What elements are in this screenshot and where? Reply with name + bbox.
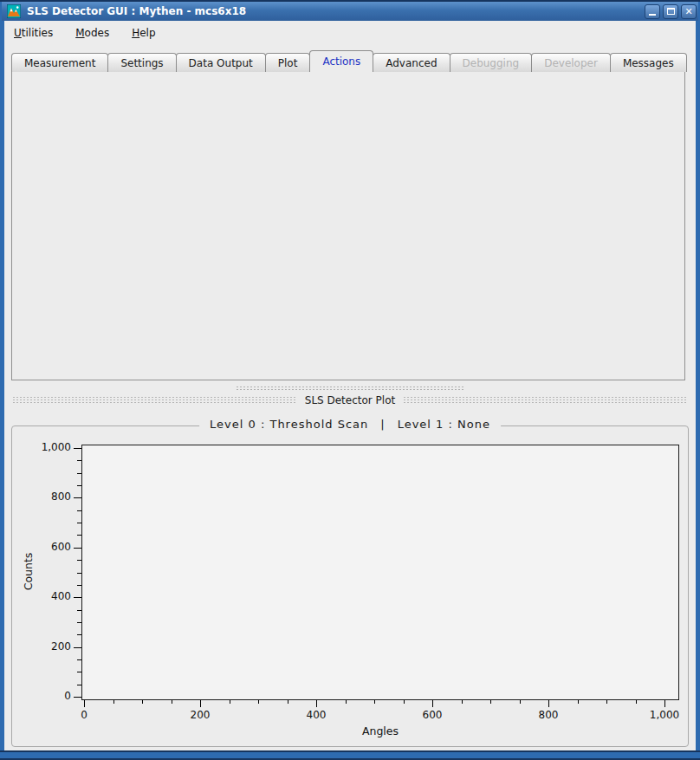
x-axis-minor-tick: [578, 700, 579, 704]
x-axis-minor-tick: [636, 700, 637, 704]
dock-texture-left: [12, 396, 297, 405]
plot-canvas[interactable]: [81, 445, 679, 700]
window-title: SLS Detector GUI : Mythen - mcs6x18: [27, 5, 246, 17]
x-axis-tick-label: 1,000: [637, 709, 692, 721]
menu-mnemonic: H: [132, 27, 139, 39]
x-axis-minor-tick: [520, 700, 521, 704]
x-axis-tick-label: 0: [56, 709, 112, 721]
plot-title: Level 0 : Threshold Scan | Level 1 : Non…: [199, 418, 501, 431]
x-axis-minor-tick: [606, 700, 607, 704]
x-axis-minor-tick: [113, 700, 114, 704]
window-titlebar: SLS Detector GUI : Mythen - mcs6x18 ✕: [2, 2, 698, 21]
tab-plot[interactable]: Plot: [265, 53, 311, 72]
y-axis-tick: [74, 647, 81, 648]
x-axis-minor-tick: [346, 700, 347, 704]
application-window: SLS Detector GUI : Mythen - mcs6x18 ✕ Ut…: [0, 0, 700, 760]
y-axis-minor-tick: [77, 523, 81, 523]
menu-label: tilities: [22, 27, 53, 39]
y-axis-minor-tick: [77, 634, 81, 635]
tab-debugging: Debugging: [450, 53, 533, 72]
menu-mnemonic: M: [75, 27, 84, 39]
y-axis-minor-tick: [77, 622, 81, 623]
tab-developer: Developer: [531, 53, 611, 72]
x-axis-tick: [664, 700, 665, 707]
plot-title-separator: |: [380, 418, 385, 431]
x-axis-minor-tick: [374, 700, 375, 704]
y-axis-minor-tick: [77, 672, 81, 672]
tab-measurement[interactable]: Measurement: [11, 53, 108, 72]
y-axis-minor-tick: [77, 610, 81, 611]
dock-texture-right: [403, 396, 688, 405]
tab-settings[interactable]: Settings: [107, 53, 176, 72]
y-axis-tick: [74, 697, 81, 698]
plot-dock-title: SLS Detector Plot: [305, 394, 395, 406]
x-axis-minor-tick: [230, 700, 230, 704]
tab-actions[interactable]: Actions: [309, 50, 373, 72]
splitter-handle[interactable]: [236, 386, 464, 391]
y-axis-minor-tick: [77, 560, 81, 561]
x-axis-tick: [432, 700, 433, 707]
x-axis-tick: [548, 700, 549, 707]
plot-title-level0: Level 0 : Threshold Scan: [210, 418, 368, 431]
y-axis-tick-label: 200: [19, 640, 71, 653]
y-axis-minor-tick: [77, 510, 81, 511]
x-axis-minor-tick: [172, 700, 172, 704]
x-axis-minor-tick: [490, 700, 491, 704]
x-axis-tick-label: 200: [172, 709, 228, 721]
menu-bar: Utilities Modes Help: [9, 24, 161, 42]
menu-label: elp: [139, 27, 155, 39]
window-controls: ✕: [645, 4, 697, 19]
y-axis-minor-tick: [77, 659, 81, 660]
y-axis-minor-tick: [77, 585, 81, 586]
maximize-glyph: [667, 8, 675, 15]
maximize-icon[interactable]: [663, 4, 678, 19]
y-axis-tick-label: 800: [19, 490, 71, 503]
x-axis-tick: [200, 700, 201, 707]
x-axis-tick-label: 800: [521, 709, 576, 721]
y-axis-tick-label: 0: [19, 690, 71, 702]
x-axis-tick-label: 600: [405, 709, 460, 721]
y-axis-minor-tick: [77, 485, 81, 486]
x-axis-minor-tick: [142, 700, 143, 704]
y-axis-tick: [74, 448, 81, 449]
y-axis-tick-label: 1,000: [19, 441, 71, 453]
y-axis-minor-tick: [77, 535, 81, 536]
y-axis-minor-tick: [77, 460, 81, 461]
plot-title-level1: Level 1 : None: [398, 418, 490, 431]
menu-utilities[interactable]: Utilities: [9, 25, 58, 41]
tab-advanced[interactable]: Advanced: [373, 53, 450, 72]
menu-label: odes: [85, 27, 110, 39]
y-axis-minor-tick: [77, 473, 81, 474]
close-icon[interactable]: ✕: [681, 4, 697, 19]
tab-bar: Measurement Settings Data Output Plot Ac…: [11, 50, 687, 72]
tab-messages[interactable]: Messages: [610, 53, 687, 72]
x-axis-minor-tick: [258, 700, 259, 704]
actions-tab-panel: [11, 71, 685, 380]
tab-data-output[interactable]: Data Output: [176, 53, 266, 72]
y-axis-tick: [74, 597, 81, 598]
menu-mnemonic: U: [14, 27, 22, 39]
x-axis-tick-label: 400: [288, 709, 344, 721]
mountain-app-icon: [7, 4, 21, 18]
y-axis-minor-tick: [77, 573, 81, 574]
x-axis-minor-tick: [288, 700, 288, 704]
x-axis-label: Angles: [352, 724, 409, 737]
x-axis-minor-tick: [404, 700, 405, 704]
x-axis-tick: [84, 700, 85, 707]
menu-modes[interactable]: Modes: [70, 25, 114, 41]
minimize-glyph: [649, 14, 656, 16]
x-axis-minor-tick: [462, 700, 463, 704]
y-axis-tick: [74, 548, 81, 549]
y-axis-tick: [74, 497, 81, 498]
y-axis-minor-tick: [77, 685, 81, 685]
menu-help[interactable]: Help: [126, 25, 160, 41]
plot-dock-titlebar[interactable]: SLS Detector Plot: [12, 393, 688, 408]
x-axis-tick: [316, 700, 317, 707]
minimize-icon[interactable]: [645, 4, 660, 19]
window-border-bottom-inner: [0, 750, 700, 752]
y-axis-label: Counts: [22, 529, 35, 615]
